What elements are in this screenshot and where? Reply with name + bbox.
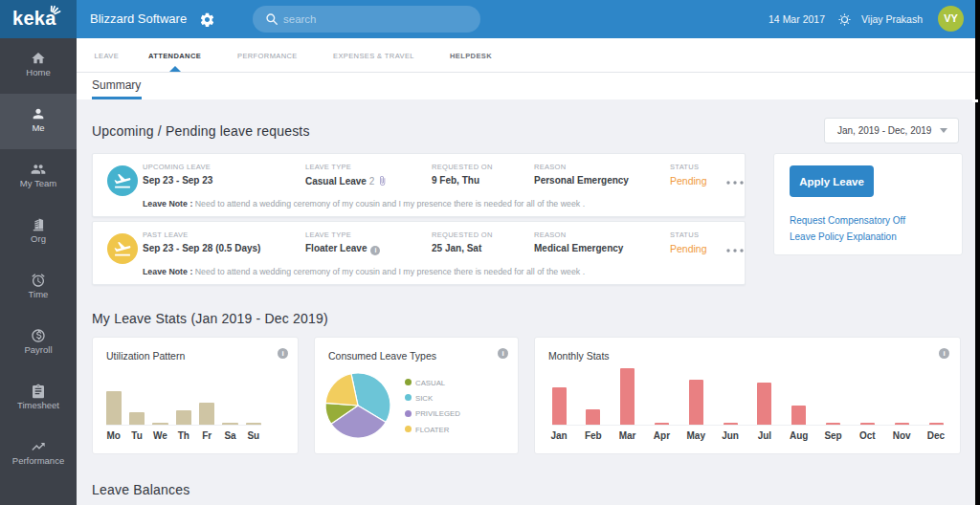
sidebar-item-label: Payroll [0, 344, 77, 355]
gear-icon[interactable] [199, 11, 215, 28]
bar-label-dec: Dec [921, 430, 951, 441]
info-icon[interactable] [939, 348, 949, 359]
building-icon [31, 217, 46, 232]
top-header: keka Blizzard Software search 14 Mar 201… [0, 0, 980, 38]
scrollbar-tick [972, 99, 978, 102]
leave-type-col: LEAVE TYPEFloater Leave [305, 231, 380, 255]
tab-leave[interactable]: LEAVE [95, 38, 120, 73]
request-dates: Sep 23 - Sep 28 (0.5 Days) [143, 243, 260, 253]
bar-label-nov: Nov [886, 430, 917, 441]
flight-takeoff-icon [113, 239, 132, 258]
legend-dot [405, 410, 412, 417]
sidebar-item-label: Time [0, 289, 77, 299]
person-icon [31, 106, 46, 121]
leave-note-label: Leave Note : [143, 267, 192, 276]
people-icon [31, 162, 46, 177]
bar-label-apr: Apr [646, 430, 677, 441]
info-icon[interactable] [498, 348, 508, 359]
apply-leave-button[interactable]: Apply Leave [790, 165, 874, 197]
leave-note: Leave Note : Need to attend a wedding ce… [143, 199, 585, 209]
leave-policy-link[interactable]: Leave Policy Explanation [790, 231, 897, 242]
request-dates-col: PAST LEAVESep 23 - Sep 28 (0.5 Days) [143, 231, 260, 253]
leave-type-label: LEAVE TYPE [305, 231, 380, 239]
status-col: STATUSPending [670, 163, 707, 187]
status-col: STATUSPending [670, 231, 707, 254]
bar-label-aug: Aug [784, 430, 814, 441]
more-options-button[interactable] [726, 180, 744, 185]
company-name[interactable]: Blizzard Software [90, 0, 187, 38]
info-icon[interactable] [278, 348, 288, 359]
logo-spark-icon [46, 2, 63, 17]
bar-th [176, 410, 192, 425]
sidebar-item-label: My Team [0, 178, 77, 188]
user-name[interactable]: Vijay Prakash [861, 0, 923, 38]
tab-expenses-travel[interactable]: EXPENSES & TRAVEL [333, 38, 414, 73]
utilization-pattern-title: Utilization Pattern [106, 350, 185, 362]
sidebar-item-org[interactable]: Org [0, 205, 77, 260]
leave-plane-badge [107, 233, 138, 264]
reason-col: REASONPersonal Emergency [534, 163, 629, 186]
sidebar-item-home[interactable]: Home [0, 38, 77, 94]
bar-label-jul: Jul [749, 430, 780, 441]
period-filter-value: Jan, 2019 - Dec, 2019 [837, 119, 931, 143]
bar-label-may: May [680, 430, 711, 441]
bar-label-sep: Sep [818, 430, 849, 441]
bar-feb [586, 409, 600, 425]
request-comp-off-link[interactable]: Request Compensatory Off [790, 215, 905, 226]
leave-type-col: LEAVE TYPECasual Leave 2 [305, 163, 388, 187]
main-content: Upcoming / Pending leave requests Jan, 2… [77, 99, 980, 505]
keka-logo[interactable]: keka [0, 0, 77, 38]
tab-performance[interactable]: PERFORMANCE [237, 38, 298, 73]
legend-dot [405, 379, 412, 385]
sidebar-item-label: Timesheet [0, 400, 77, 410]
user-avatar[interactable]: VY [938, 6, 964, 32]
tab-helpdesk[interactable]: HELPDESK [450, 38, 492, 73]
sidebar-item-me[interactable]: Me [0, 94, 77, 149]
subtab-row: Summary [77, 73, 980, 99]
requests-heading: Upcoming / Pending leave requests [92, 123, 310, 139]
reason-value: Medical Emergency [534, 243, 623, 253]
consumed-leave-types-card: Consumed Leave Types CASUALSICKPRIVILEGE… [314, 337, 519, 454]
clipboard-icon [31, 384, 46, 399]
request-dates: Sep 23 - Sep 23 [143, 175, 212, 186]
window-edge-strip [975, 0, 980, 505]
more-options-button[interactable] [726, 248, 744, 252]
reason-label: REASON [534, 163, 629, 171]
sidebar-item-time[interactable]: Time [0, 260, 77, 316]
sidebar-item-label: Org [0, 233, 77, 244]
reason-col: REASONMedical Emergency [534, 231, 623, 253]
bar-jul [757, 383, 771, 425]
sidebar-item-my-team[interactable]: My Team [0, 149, 77, 205]
flight-takeoff-icon [113, 171, 132, 190]
balances-heading: Leave Balances [92, 482, 189, 497]
search-input[interactable]: search [253, 6, 480, 33]
info-icon[interactable] [370, 246, 380, 255]
sidebar-item-payroll[interactable]: Payroll [0, 316, 77, 371]
status-value: Pending [670, 243, 707, 254]
bar-mar [620, 368, 635, 425]
bar-aug [791, 406, 806, 425]
active-tab-caret [169, 66, 181, 72]
leave-plane-badge [107, 165, 138, 196]
bar-label-oct: Oct [852, 430, 882, 441]
sidebar-item-performance[interactable]: Performance [0, 427, 77, 482]
monthly-stats-title: Monthly Stats [548, 350, 610, 362]
sidebar-item-label: Performance [0, 455, 77, 466]
requested-on-label: REQUESTED ON [432, 231, 493, 239]
chart-baseline [552, 425, 944, 426]
bar-mo [106, 391, 122, 425]
sidebar-item-label: Home [0, 67, 77, 77]
header-date: 14 Mar 2017 [768, 0, 825, 38]
period-filter-dropdown[interactable]: Jan, 2019 - Dec, 2019 [824, 118, 959, 143]
sidebar-nav: HomeMeMy TeamOrgTimePayrollTimesheetPerf… [0, 38, 77, 505]
status-value: Pending [670, 175, 707, 187]
reason-value: Personal Emergency [534, 175, 629, 186]
brightness-icon[interactable] [838, 13, 851, 26]
consumed-leave-types-title: Consumed Leave Types [328, 350, 436, 362]
module-tabbar: LEAVEATTENDANCEPERFORMANCEEXPENSES & TRA… [77, 38, 980, 73]
tab-summary[interactable]: Summary [92, 73, 141, 99]
attachment-icon[interactable] [377, 175, 388, 187]
sidebar-item-timesheet[interactable]: Timesheet [0, 371, 77, 427]
request-kind-label: UPCOMING LEAVE [143, 163, 212, 171]
chart-baseline [106, 425, 262, 426]
